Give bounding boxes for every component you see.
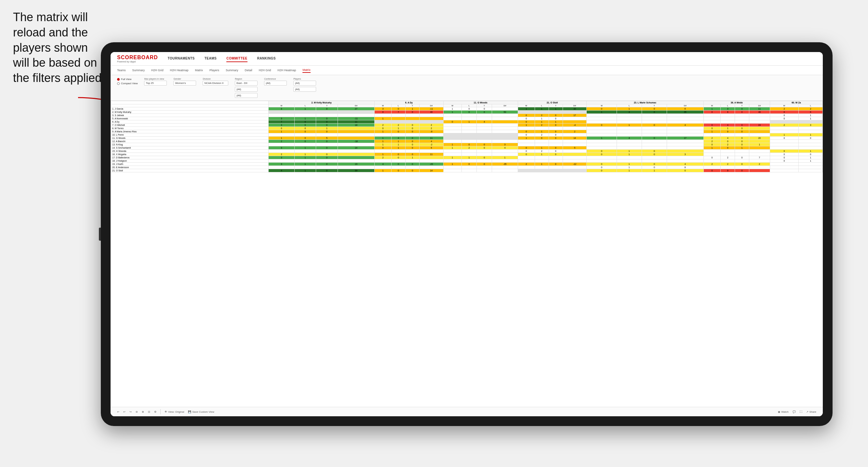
cell-r8-g4-c2 xyxy=(642,133,667,136)
subnav-summary1[interactable]: Summary xyxy=(132,68,145,72)
region-select[interactable]: East - DII xyxy=(235,81,257,86)
cell-r11-g6-c1 xyxy=(799,143,823,146)
cell-r3-g1-c3 xyxy=(420,117,443,120)
cell-r2-g2-c1 xyxy=(462,114,477,117)
cell-r0-g6-c1: 2 xyxy=(799,107,823,111)
logo-subtitle: Powered by clippd xyxy=(117,61,158,63)
compact-view-option[interactable]: Compact View xyxy=(117,82,137,85)
comment-button[interactable]: 💬 xyxy=(793,410,796,413)
cell-r9-g5-c1: 4 xyxy=(721,136,735,140)
cell-r16-g4-c2 xyxy=(642,159,667,163)
cell-r4-g3-c3 xyxy=(563,120,586,124)
max-players-select[interactable]: Top 25 xyxy=(144,81,167,86)
col-group-7: 60. W Za xyxy=(770,101,823,104)
cell-r14-g3-c1: 1 xyxy=(535,153,549,156)
row-header-8: 10. L Perini xyxy=(111,133,269,136)
cell-r13-g2-c2 xyxy=(477,150,492,153)
subnav-h2h-grid2[interactable]: H2H Grid xyxy=(259,68,271,72)
nav-teams[interactable]: TEAMS xyxy=(205,55,217,62)
col-group-1: 2. M Kelly Mulcahy xyxy=(268,101,374,104)
cell-r8-g0-c0 xyxy=(268,133,294,136)
sh-w5: W xyxy=(587,104,617,107)
cell-r2-g3-c2: 0 xyxy=(549,114,563,117)
subnav-players[interactable]: Players xyxy=(210,68,219,72)
undo2-button[interactable]: ↩ xyxy=(123,410,126,413)
main-content[interactable]: 2. M Kelly Mulcahy 6. A Dy 11. G Woods 2… xyxy=(111,101,823,407)
cell-r18-g2-c0 xyxy=(443,166,462,169)
row-header-13: 15. H Stranda xyxy=(111,150,269,153)
cell-r1-g5-c0: 0 xyxy=(704,111,721,114)
zoom-out-button[interactable]: ⊖ xyxy=(135,410,138,413)
cell-r18-g5-c2 xyxy=(735,166,749,169)
subnav-matrix1[interactable]: Matrix xyxy=(195,68,203,72)
tablet-frame: SCOREBOARD Powered by clippd TOURNAMENTS… xyxy=(101,42,833,426)
cell-r10-g0-c0: 2 xyxy=(268,140,294,143)
cell-r11-g4-c1 xyxy=(617,143,642,146)
cell-r19-g0-c2: 0 xyxy=(316,169,338,173)
cell-r13-g4-c0: 0 xyxy=(587,150,617,153)
settings-button[interactable]: ⚙ xyxy=(154,410,156,413)
cell-r16-g1-c2 xyxy=(405,159,419,163)
view-original-button[interactable]: 👁 View: Original xyxy=(164,410,184,413)
subnav-matrix2[interactable]: Matrix xyxy=(303,68,311,73)
nav-tournaments[interactable]: TOURNAMENTS xyxy=(168,55,195,62)
save-custom-button[interactable]: 💾 Save Custom View xyxy=(188,410,214,413)
col-group-2: 6. A Dy xyxy=(375,101,443,104)
row-header-6: 8. M Torres xyxy=(111,127,269,130)
redo-button[interactable]: ↪ xyxy=(129,410,132,413)
cell-r19-g1-c3: 14 xyxy=(420,169,443,173)
full-view-option[interactable]: Full View xyxy=(117,78,137,81)
full-view-radio[interactable] xyxy=(117,78,120,81)
subnav-teams[interactable]: Teams xyxy=(117,68,126,72)
cell-r12-g0-c1: 1 xyxy=(294,146,316,150)
cell-r3-g3-c2: 0 xyxy=(549,117,563,120)
expand-button[interactable]: ⛶ xyxy=(800,410,802,413)
subnav-h2h-grid1[interactable]: H2H Grid xyxy=(151,68,163,72)
subnav-detail[interactable]: Detail xyxy=(245,68,252,72)
watch-button[interactable]: ◉ Watch xyxy=(778,410,788,413)
cell-r15-g5-c1: 2 xyxy=(721,156,735,159)
subnav-summary2[interactable]: Summary xyxy=(226,68,238,72)
sh-w6: W xyxy=(704,104,721,107)
cell-r14-g4-c0: 0 xyxy=(587,153,617,156)
players-select[interactable]: (All) xyxy=(293,81,316,86)
cell-r17-g4-c3: 4 xyxy=(667,163,704,166)
cell-r19-g4-c1: 1 xyxy=(617,169,642,173)
cell-r4-g4-c3 xyxy=(667,120,704,124)
share-button[interactable]: ↗ Share xyxy=(806,410,816,413)
fit-button[interactable]: ⊡ xyxy=(148,410,150,413)
row-header-5: 7. O Mitchell xyxy=(111,124,269,127)
undo-button[interactable]: ↩ xyxy=(117,410,119,413)
conference-select[interactable]: (All) xyxy=(264,81,287,86)
cell-r16-g3-c3 xyxy=(563,159,586,163)
cell-r16-g4-c0 xyxy=(587,159,617,163)
nav-rankings[interactable]: RANKINGS xyxy=(257,55,276,62)
players-label: Players xyxy=(293,78,316,80)
compact-view-radio[interactable] xyxy=(117,82,120,85)
players-sub-select[interactable]: (All) xyxy=(293,87,316,92)
zoom-in-button[interactable]: ⊕ xyxy=(142,410,144,413)
subnav-h2h-heatmap2[interactable]: H2H Heatmap xyxy=(277,68,296,72)
cell-r15-g1-c2: 1 xyxy=(405,156,419,159)
cell-r2-g4-c3 xyxy=(667,114,704,117)
cell-r19-g1-c1: 0 xyxy=(391,169,405,173)
logo-area: SCOREBOARD Powered by clippd xyxy=(117,55,158,63)
cell-r8-g3-c3 xyxy=(563,133,586,136)
division-select[interactable]: NCAA Division II xyxy=(203,81,228,86)
cell-r17-g4-c2: 0 xyxy=(642,163,667,166)
cell-r1-g1-c2: 0 xyxy=(405,111,419,114)
cell-r9-g2-c1 xyxy=(462,136,477,140)
cell-r15-g3-c2 xyxy=(549,156,563,159)
cell-r15-g0-c3 xyxy=(338,156,374,159)
cell-r9-g4-c2: 0 xyxy=(642,136,667,140)
sh-l2: L xyxy=(391,104,405,107)
cell-r10-g4-c3 xyxy=(667,140,704,143)
subnav-h2h-heatmap1[interactable]: H2H Heatmap xyxy=(170,68,189,72)
region-sub-select[interactable]: (All) xyxy=(235,87,257,92)
gender-select[interactable]: Women's xyxy=(173,81,196,86)
nav-committee[interactable]: COMMITTEE xyxy=(226,55,247,62)
cell-r15-g6-c0: 0 xyxy=(770,156,798,159)
region-sub-select2[interactable]: (All) xyxy=(235,93,257,98)
cell-r5-g2-c3 xyxy=(492,124,518,127)
cell-r2-g2-c3 xyxy=(492,114,518,117)
